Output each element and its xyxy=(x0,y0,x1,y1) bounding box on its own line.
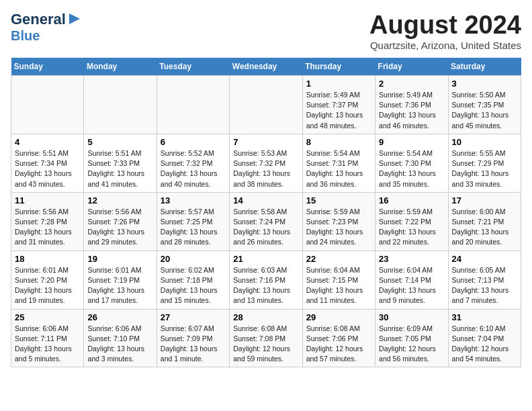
day-number: 15 xyxy=(306,195,371,205)
weekday-header: Saturday xyxy=(448,58,521,76)
calendar-day-cell: 9Sunrise: 5:54 AM Sunset: 7:30 PM Daylig… xyxy=(375,134,448,192)
calendar-week-row: 1Sunrise: 5:49 AM Sunset: 7:37 PM Daylig… xyxy=(11,76,521,134)
calendar-day-cell: 25Sunrise: 6:06 AM Sunset: 7:11 PM Dayli… xyxy=(11,309,84,367)
day-number: 21 xyxy=(233,254,298,264)
day-info: Sunrise: 6:07 AM Sunset: 7:09 PM Dayligh… xyxy=(161,324,226,365)
day-info: Sunrise: 5:49 AM Sunset: 7:37 PM Dayligh… xyxy=(306,90,371,131)
day-number: 20 xyxy=(161,254,226,264)
calendar-day-cell: 30Sunrise: 6:09 AM Sunset: 7:05 PM Dayli… xyxy=(375,309,448,367)
calendar-week-row: 18Sunrise: 6:01 AM Sunset: 7:20 PM Dayli… xyxy=(11,250,521,309)
day-number: 28 xyxy=(233,312,298,322)
calendar-day-cell: 26Sunrise: 6:06 AM Sunset: 7:10 PM Dayli… xyxy=(84,309,157,367)
day-info: Sunrise: 5:49 AM Sunset: 7:36 PM Dayligh… xyxy=(379,90,444,131)
calendar-day-cell: 14Sunrise: 5:58 AM Sunset: 7:24 PM Dayli… xyxy=(230,192,302,250)
calendar-week-row: 11Sunrise: 5:56 AM Sunset: 7:28 PM Dayli… xyxy=(11,192,521,250)
day-number: 26 xyxy=(87,312,152,322)
day-info: Sunrise: 6:04 AM Sunset: 7:15 PM Dayligh… xyxy=(306,265,371,306)
day-number: 4 xyxy=(15,137,80,147)
logo-line2: Blue xyxy=(11,28,40,43)
calendar-day-cell: 19Sunrise: 6:01 AM Sunset: 7:19 PM Dayli… xyxy=(84,250,157,309)
day-number: 22 xyxy=(306,254,371,264)
day-info: Sunrise: 5:52 AM Sunset: 7:32 PM Dayligh… xyxy=(161,148,226,189)
day-info: Sunrise: 6:05 AM Sunset: 7:13 PM Dayligh… xyxy=(452,265,517,306)
calendar-day-cell: 27Sunrise: 6:07 AM Sunset: 7:09 PM Dayli… xyxy=(157,309,229,367)
calendar-day-cell: 2Sunrise: 5:49 AM Sunset: 7:36 PM Daylig… xyxy=(375,76,448,134)
day-number: 31 xyxy=(452,312,517,322)
calendar-table: SundayMondayTuesdayWednesdayThursdayFrid… xyxy=(11,58,521,367)
calendar-day-cell: 13Sunrise: 5:57 AM Sunset: 7:25 PM Dayli… xyxy=(157,192,229,250)
logo-line1: General xyxy=(11,11,66,28)
svg-marker-0 xyxy=(69,13,80,24)
day-info: Sunrise: 6:08 AM Sunset: 7:06 PM Dayligh… xyxy=(306,324,371,365)
day-number: 23 xyxy=(379,254,444,264)
calendar-day-cell: 21Sunrise: 6:03 AM Sunset: 7:16 PM Dayli… xyxy=(230,250,302,309)
day-info: Sunrise: 6:01 AM Sunset: 7:19 PM Dayligh… xyxy=(87,265,152,306)
day-number: 7 xyxy=(233,137,298,147)
day-number: 18 xyxy=(15,254,80,264)
day-info: Sunrise: 5:59 AM Sunset: 7:23 PM Dayligh… xyxy=(306,207,371,248)
day-info: Sunrise: 6:00 AM Sunset: 7:21 PM Dayligh… xyxy=(452,207,517,248)
day-info: Sunrise: 6:09 AM Sunset: 7:05 PM Dayligh… xyxy=(379,324,444,365)
calendar-day-cell: 16Sunrise: 5:59 AM Sunset: 7:22 PM Dayli… xyxy=(375,192,448,250)
calendar-day-cell: 10Sunrise: 5:55 AM Sunset: 7:29 PM Dayli… xyxy=(448,134,521,192)
day-number: 16 xyxy=(379,195,444,205)
day-number: 24 xyxy=(452,254,517,264)
calendar-day-cell: 23Sunrise: 6:04 AM Sunset: 7:14 PM Dayli… xyxy=(375,250,448,309)
day-info: Sunrise: 6:06 AM Sunset: 7:10 PM Dayligh… xyxy=(87,324,152,365)
day-number: 6 xyxy=(161,137,226,147)
day-info: Sunrise: 5:57 AM Sunset: 7:25 PM Dayligh… xyxy=(161,207,226,248)
day-info: Sunrise: 6:04 AM Sunset: 7:14 PM Dayligh… xyxy=(379,265,444,306)
calendar-day-cell: 20Sunrise: 6:02 AM Sunset: 7:18 PM Dayli… xyxy=(157,250,229,309)
weekday-header: Sunday xyxy=(11,58,84,76)
calendar-day-cell xyxy=(84,76,157,134)
page-title: August 2024 xyxy=(369,11,521,40)
day-info: Sunrise: 6:02 AM Sunset: 7:18 PM Dayligh… xyxy=(161,265,226,306)
calendar-day-cell: 12Sunrise: 5:56 AM Sunset: 7:26 PM Dayli… xyxy=(84,192,157,250)
day-info: Sunrise: 5:51 AM Sunset: 7:34 PM Dayligh… xyxy=(15,148,80,189)
day-number: 19 xyxy=(87,254,152,264)
day-number: 1 xyxy=(306,79,371,89)
day-number: 12 xyxy=(87,195,152,205)
calendar-week-row: 4Sunrise: 5:51 AM Sunset: 7:34 PM Daylig… xyxy=(11,134,521,192)
day-number: 27 xyxy=(161,312,226,322)
calendar-day-cell: 3Sunrise: 5:50 AM Sunset: 7:35 PM Daylig… xyxy=(448,76,521,134)
day-info: Sunrise: 5:54 AM Sunset: 7:31 PM Dayligh… xyxy=(306,148,371,189)
day-number: 13 xyxy=(161,195,226,205)
calendar-day-cell xyxy=(230,76,302,134)
day-info: Sunrise: 5:59 AM Sunset: 7:22 PM Dayligh… xyxy=(379,207,444,248)
day-number: 3 xyxy=(452,79,517,89)
calendar-day-cell: 31Sunrise: 6:10 AM Sunset: 7:04 PM Dayli… xyxy=(448,309,521,367)
day-info: Sunrise: 6:03 AM Sunset: 7:16 PM Dayligh… xyxy=(233,265,298,306)
day-info: Sunrise: 6:01 AM Sunset: 7:20 PM Dayligh… xyxy=(15,265,80,306)
calendar-day-cell xyxy=(157,76,229,134)
day-info: Sunrise: 5:54 AM Sunset: 7:30 PM Dayligh… xyxy=(379,148,444,189)
calendar-day-cell: 29Sunrise: 6:08 AM Sunset: 7:06 PM Dayli… xyxy=(302,309,375,367)
calendar-day-cell: 15Sunrise: 5:59 AM Sunset: 7:23 PM Dayli… xyxy=(302,192,375,250)
day-number: 9 xyxy=(379,137,444,147)
weekday-header: Monday xyxy=(84,58,157,76)
calendar-day-cell: 28Sunrise: 6:08 AM Sunset: 7:08 PM Dayli… xyxy=(230,309,302,367)
day-info: Sunrise: 5:50 AM Sunset: 7:35 PM Dayligh… xyxy=(452,90,517,131)
day-number: 2 xyxy=(379,79,444,89)
calendar-day-cell: 22Sunrise: 6:04 AM Sunset: 7:15 PM Dayli… xyxy=(302,250,375,309)
page-subtitle: Quartzsite, Arizona, United States xyxy=(369,40,521,51)
weekday-header: Thursday xyxy=(302,58,375,76)
title-section: August 2024 Quartzsite, Arizona, United … xyxy=(369,11,521,51)
day-info: Sunrise: 5:55 AM Sunset: 7:29 PM Dayligh… xyxy=(452,148,517,189)
calendar-day-cell: 5Sunrise: 5:51 AM Sunset: 7:33 PM Daylig… xyxy=(84,134,157,192)
weekday-header: Friday xyxy=(375,58,448,76)
calendar-day-cell: 8Sunrise: 5:54 AM Sunset: 7:31 PM Daylig… xyxy=(302,134,375,192)
calendar-day-cell: 24Sunrise: 6:05 AM Sunset: 7:13 PM Dayli… xyxy=(448,250,521,309)
calendar-header: SundayMondayTuesdayWednesdayThursdayFrid… xyxy=(11,58,521,76)
day-info: Sunrise: 5:53 AM Sunset: 7:32 PM Dayligh… xyxy=(233,148,298,189)
day-number: 29 xyxy=(306,312,371,322)
calendar-day-cell: 4Sunrise: 5:51 AM Sunset: 7:34 PM Daylig… xyxy=(11,134,84,192)
day-info: Sunrise: 5:56 AM Sunset: 7:28 PM Dayligh… xyxy=(15,207,80,248)
day-number: 30 xyxy=(379,312,444,322)
calendar-day-cell: 11Sunrise: 5:56 AM Sunset: 7:28 PM Dayli… xyxy=(11,192,84,250)
weekday-header: Tuesday xyxy=(157,58,229,76)
day-info: Sunrise: 5:51 AM Sunset: 7:33 PM Dayligh… xyxy=(87,148,152,189)
day-number: 5 xyxy=(87,137,152,147)
day-info: Sunrise: 6:08 AM Sunset: 7:08 PM Dayligh… xyxy=(233,324,298,365)
calendar-day-cell: 18Sunrise: 6:01 AM Sunset: 7:20 PM Dayli… xyxy=(11,250,84,309)
